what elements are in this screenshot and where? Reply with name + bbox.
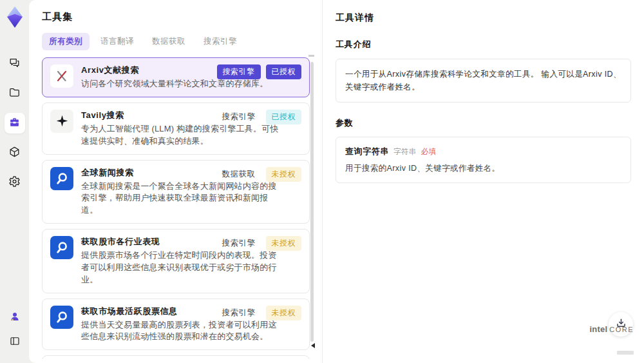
tool-desc: 访问各个研究领域大量科学论文和文章的存储库。 bbox=[81, 78, 279, 90]
panel-icon bbox=[9, 335, 21, 349]
tool-card[interactable]: Tavily搜索专为人工智能代理 (LLM) 构建的搜索引擎工具。可快速提供实时… bbox=[42, 103, 310, 155]
detail-title: 工具详情 bbox=[336, 12, 631, 24]
category-label: 数据获取 bbox=[222, 169, 256, 180]
search-blue-icon bbox=[50, 306, 73, 329]
status-badge: 未授权 bbox=[266, 236, 302, 251]
tool-card[interactable]: Arxiv文献搜索访问各个研究领域大量科学论文和文章的存储库。搜索引擎已授权 bbox=[42, 57, 310, 97]
chat-icon bbox=[8, 57, 21, 72]
sidebar-item-cube[interactable] bbox=[5, 142, 25, 163]
category-tabs: 所有类别语言翻译数据获取搜索引擎 bbox=[42, 33, 310, 50]
sidebar-item-settings[interactable] bbox=[5, 172, 25, 193]
page-title: 工具集 bbox=[42, 11, 310, 23]
rail-items-bottom bbox=[5, 308, 25, 357]
tab-category-2[interactable]: 数据获取 bbox=[145, 33, 193, 50]
sidebar-item-toolbox[interactable] bbox=[5, 113, 25, 133]
toolbox-icon bbox=[8, 116, 21, 131]
tool-desc: 全球新闻搜索是一个聚合全球各大新闻网站内容的搜索引擎，帮助用户快速获取全球最新资… bbox=[81, 181, 279, 217]
rail-items-top bbox=[5, 54, 25, 202]
status-badge: 未授权 bbox=[266, 167, 302, 182]
tool-badges: 数据获取未授权 bbox=[222, 167, 302, 182]
tool-badges: 搜索引擎已授权 bbox=[217, 64, 302, 79]
cube-icon bbox=[8, 146, 21, 161]
tool-badges: 搜索引擎已授权 bbox=[222, 110, 302, 124]
tab-category-0[interactable]: 所有类别 bbox=[42, 33, 90, 50]
status-badge: 未授权 bbox=[266, 306, 302, 320]
param-name: 查询字符串 bbox=[345, 146, 389, 157]
category-badge: 搜索引擎 bbox=[217, 64, 261, 79]
arxiv-icon bbox=[50, 64, 73, 88]
status-badge: 已授权 bbox=[266, 110, 302, 124]
param-type: 字符串 bbox=[393, 147, 417, 157]
scrollbar-thumb[interactable] bbox=[310, 62, 314, 342]
intel-core-logo: intel core bbox=[589, 324, 634, 357]
tab-category-3[interactable]: 搜索引擎 bbox=[196, 33, 244, 50]
scrollbar-top-dash[interactable] bbox=[308, 55, 314, 57]
intro-heading: 工具介绍 bbox=[336, 39, 631, 50]
tool-list-panel: 工具集 所有类别语言翻译数据获取搜索引擎 Arxiv文献搜索访问各个研究领域大量… bbox=[29, 0, 322, 363]
category-label: 搜索引擎 bbox=[222, 112, 256, 123]
intro-box: 一个用于从Arxiv存储库搜索科学论文和文章的工具。 输入可以是Arxiv ID… bbox=[336, 59, 631, 103]
user-icon bbox=[9, 311, 21, 325]
app-logo-icon bbox=[5, 6, 25, 29]
status-badge: 已授权 bbox=[266, 64, 302, 79]
settings-icon bbox=[8, 175, 21, 190]
tool-list: Arxiv文献搜索访问各个研究领域大量科学论文和文章的存储库。搜索引擎已授权Ta… bbox=[42, 57, 310, 359]
params-heading: 参数 bbox=[336, 117, 631, 129]
param-desc: 用于搜索的Arxiv ID、关键字或作者姓名。 bbox=[345, 163, 621, 174]
param-required-badge: 必填 bbox=[421, 147, 437, 157]
tool-desc: 提供当天交易量最高的股票列表，投资者可以利用这些信息来识别流动性强的股票和潜在的… bbox=[81, 319, 279, 344]
tool-badges: 搜索引擎未授权 bbox=[222, 236, 302, 251]
main-panel: 工具集 所有类别语言翻译数据获取搜索引擎 Arxiv文献搜索访问各个研究领域大量… bbox=[29, 0, 644, 363]
sidebar-item-user[interactable] bbox=[5, 308, 25, 328]
sidebar-item-panel[interactable] bbox=[5, 332, 25, 353]
tool-detail-panel: 工具详情 工具介绍 一个用于从Arxiv存储库搜索科学论文和文章的工具。 输入可… bbox=[322, 0, 644, 363]
tool-badges: 搜索引擎未授权 bbox=[222, 306, 302, 320]
app-window: 工具集 所有类别语言翻译数据获取搜索引擎 Arxiv文献搜索访问各个研究领域大量… bbox=[0, 0, 644, 363]
tool-card[interactable]: 全球新闻搜索全球新闻搜索是一个聚合全球各大新闻网站内容的搜索引擎，帮助用户快速获… bbox=[42, 160, 310, 224]
tool-card[interactable]: 获取市场最活跃股票信息提供当天交易量最高的股票列表，投资者可以利用这些信息来识别… bbox=[42, 299, 310, 351]
folder-icon bbox=[8, 86, 21, 101]
search-blue-icon bbox=[50, 236, 73, 259]
sidebar-item-folder[interactable] bbox=[5, 83, 25, 104]
tool-desc: 专为人工智能代理 (LLM) 构建的搜索引擎工具。可快速提供实时、准确和真实的结… bbox=[81, 123, 279, 148]
sidebar-item-chat[interactable] bbox=[5, 54, 25, 74]
param-head: 查询字符串 字符串 必填 bbox=[345, 146, 621, 157]
category-label: 搜索引擎 bbox=[222, 238, 256, 249]
collapse-arrow-icon[interactable] bbox=[311, 343, 315, 348]
param-box: 查询字符串 字符串 必填 用于搜索的Arxiv ID、关键字或作者姓名。 bbox=[336, 137, 631, 183]
tool-card[interactable]: 获取股市各行业表现提供股票市场各个行业在特定时间段内的表现。投资者可以利用这些信… bbox=[42, 229, 310, 293]
tavily-icon bbox=[50, 110, 73, 133]
brand-intel-text: intel bbox=[589, 324, 607, 334]
tool-card[interactable]: 万维地区新闻查询查询具体行政区划内的新闻，快速了解各地新闻动搜索引擎未授权 bbox=[42, 355, 310, 359]
tool-desc: 提供股票市场各个行业在特定时间段内的表现。投资者可以利用这些信息来识别表现优于或… bbox=[81, 250, 279, 286]
brand-sub-bar bbox=[617, 351, 634, 355]
icon-rail bbox=[0, 0, 29, 363]
brand-core-text: core bbox=[609, 326, 634, 333]
category-label: 搜索引擎 bbox=[222, 308, 256, 319]
tab-category-1[interactable]: 语言翻译 bbox=[93, 33, 141, 50]
search-blue-icon bbox=[50, 167, 73, 190]
